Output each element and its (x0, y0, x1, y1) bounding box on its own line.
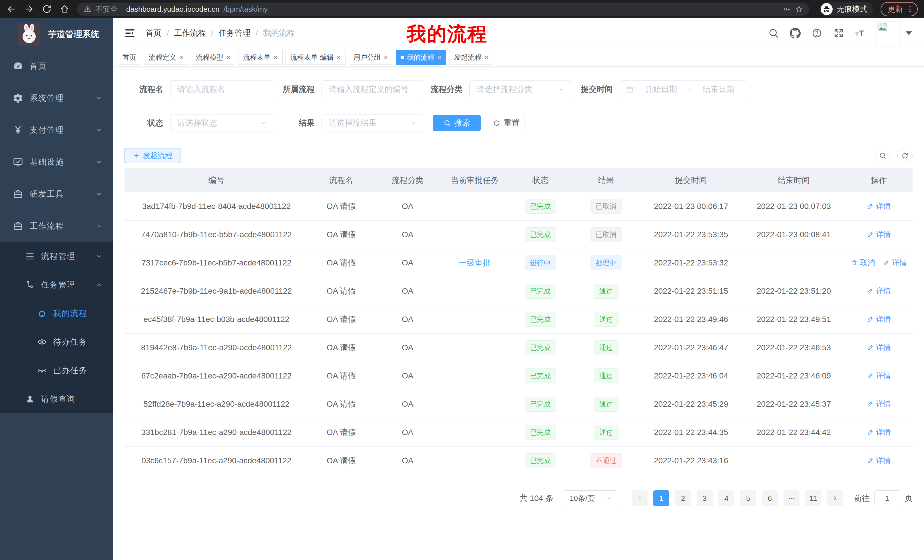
cell-current-task[interactable]: 一级审批 (441, 258, 508, 268)
reset-button[interactable]: 重置 (488, 115, 525, 131)
fullscreen-icon[interactable] (833, 28, 844, 39)
tab-流程表单-编辑[interactable]: 流程表单-编辑× (285, 50, 346, 65)
pagination-page-6[interactable]: 6 (762, 490, 778, 506)
pagination-page-3[interactable]: 3 (697, 490, 713, 506)
tab-流程定义[interactable]: 流程定义× (144, 50, 188, 65)
page-size-select[interactable]: 10条/页 (563, 490, 617, 506)
current-task-link[interactable]: 一级审批 (459, 258, 491, 267)
chevron-right-icon (831, 495, 838, 502)
tab-发起流程[interactable]: 发起流程× (449, 50, 494, 65)
tab-label: 流程表单-编辑 (290, 53, 334, 62)
col-header-submit-time: 提交时间 (640, 175, 742, 186)
filter-status-select[interactable]: 请选择状态 (170, 114, 273, 132)
pagination-page-11[interactable]: 11 (805, 490, 821, 506)
bookmark-star-icon[interactable] (795, 5, 803, 13)
sidebar-item-face[interactable]: 我的流程 (0, 299, 113, 328)
tab-close-icon[interactable]: × (179, 54, 183, 61)
edit-icon (867, 372, 874, 379)
detail-link[interactable]: 详情 (867, 286, 891, 296)
table-search-toggle-button[interactable] (875, 148, 890, 163)
table-tools (875, 148, 913, 163)
address-bar[interactable]: 不安全 dashboard.yudao.iocoder.cn/bpm/task/… (77, 3, 809, 16)
tab-close-icon[interactable]: × (437, 54, 441, 61)
tab-close-icon[interactable]: × (384, 54, 388, 61)
tab-用户分组[interactable]: 用户分组× (349, 50, 393, 65)
detail-link[interactable]: 详情 (867, 229, 891, 240)
filter-result-select[interactable]: 请选择流结果 (321, 114, 423, 132)
edit-icon (883, 259, 890, 266)
cell-actions: 取消详情 (845, 258, 913, 268)
password-key-icon[interactable] (783, 5, 791, 13)
font-size-icon[interactable]: TT (855, 28, 866, 39)
cell-category: OA (374, 287, 441, 296)
detail-link[interactable]: 详情 (867, 343, 891, 352)
start-process-button[interactable]: 发起流程 (124, 148, 180, 163)
tab-close-icon[interactable]: × (484, 54, 489, 61)
tab-close-icon[interactable]: × (337, 54, 341, 61)
detail-link[interactable]: 详情 (867, 455, 891, 466)
cancel-link[interactable]: 取消 (851, 258, 875, 268)
sidebar-item-tree[interactable]: 流程管理 (0, 242, 113, 271)
pagination-page-5[interactable]: 5 (740, 490, 756, 506)
edit-icon (867, 316, 874, 322)
tab-首页[interactable]: 首页 (118, 50, 141, 65)
detail-link[interactable]: 详情 (867, 399, 891, 409)
tab-我的流程[interactable]: 我的流程× (396, 50, 446, 65)
sidebar-item-yen[interactable]: 支付管理 (0, 114, 113, 146)
sidebar-item-dashboard[interactable]: 首页 (0, 50, 113, 82)
filter-date-range[interactable]: 开始日期 - 结束日期 (620, 81, 747, 98)
detail-link[interactable]: 详情 (883, 258, 907, 268)
tab-流程模型[interactable]: 流程模型× (191, 50, 235, 65)
detail-link[interactable]: 详情 (867, 371, 891, 381)
github-icon[interactable] (790, 28, 801, 39)
plus-icon (132, 152, 140, 159)
tab-label: 我的流程 (407, 53, 434, 62)
sidebar-item-monitor[interactable]: 基础设施 (0, 146, 113, 178)
result-badge: 已取消 (591, 199, 622, 214)
sidebar-item-briefcase[interactable]: 工作流程 (0, 210, 113, 242)
action-label: 详情 (876, 314, 891, 324)
browser-menu-icon[interactable] (906, 5, 914, 13)
sidebar-item-person[interactable]: 请假查询 (0, 385, 113, 413)
home-icon[interactable] (59, 4, 70, 14)
tab-close-icon[interactable]: × (273, 54, 278, 61)
filter-category-select[interactable]: 请选择流程分类 (470, 81, 571, 98)
col-header-end-time: 结束时间 (742, 175, 845, 186)
breadcrumb-home[interactable]: 首页 (146, 28, 162, 39)
status-badge: 已完成 (525, 199, 556, 214)
detail-link[interactable]: 详情 (867, 427, 891, 437)
browser-update-button[interactable]: 更新 (880, 2, 918, 16)
back-icon[interactable] (6, 4, 16, 14)
search-button[interactable]: 搜索 (433, 115, 481, 131)
pagination-prev-button[interactable] (632, 490, 648, 506)
sidebar-collapse-icon[interactable] (124, 27, 136, 39)
forward-icon[interactable] (24, 4, 34, 14)
breadcrumb-task[interactable]: 任务管理 (219, 28, 251, 39)
detail-link[interactable]: 详情 (867, 314, 891, 324)
sidebar-item-eyeclosed[interactable]: 已办任务 (0, 356, 113, 385)
pagination-page-1[interactable]: 1 (653, 490, 669, 506)
breadcrumb-workflow[interactable]: 工作流程 (174, 28, 206, 39)
sidebar-item-briefcase[interactable]: 研发工具 (0, 178, 113, 210)
pagination-page-4[interactable]: 4 (718, 490, 734, 506)
table-refresh-button[interactable] (897, 148, 913, 163)
search-icon[interactable] (768, 28, 779, 39)
cell-submit-time: 2022-01-22 23:53:32 (640, 258, 742, 267)
sidebar-logo[interactable]: 芋道管理系统 (0, 18, 113, 50)
user-avatar-dropdown[interactable] (877, 21, 912, 45)
pagination-more-button[interactable] (783, 490, 800, 506)
goto-page-input[interactable] (874, 490, 900, 506)
sidebar-item-eye[interactable]: 待办任务 (0, 328, 113, 356)
tab-close-icon[interactable]: × (226, 54, 230, 61)
help-icon[interactable] (812, 28, 822, 39)
detail-link[interactable]: 详情 (867, 201, 891, 211)
filter-definition-input[interactable] (321, 81, 423, 98)
tab-流程表单[interactable]: 流程表单× (238, 50, 282, 65)
sidebar-item-gear[interactable]: 系统管理 (0, 82, 113, 114)
filter-name-input[interactable] (170, 81, 273, 98)
reload-icon[interactable] (42, 4, 52, 14)
sidebar-item-branch[interactable]: 任务管理 (0, 271, 113, 299)
status-badge: 已完成 (525, 340, 556, 355)
pagination-page-2[interactable]: 2 (675, 490, 691, 506)
pagination-next-button[interactable] (827, 490, 843, 506)
